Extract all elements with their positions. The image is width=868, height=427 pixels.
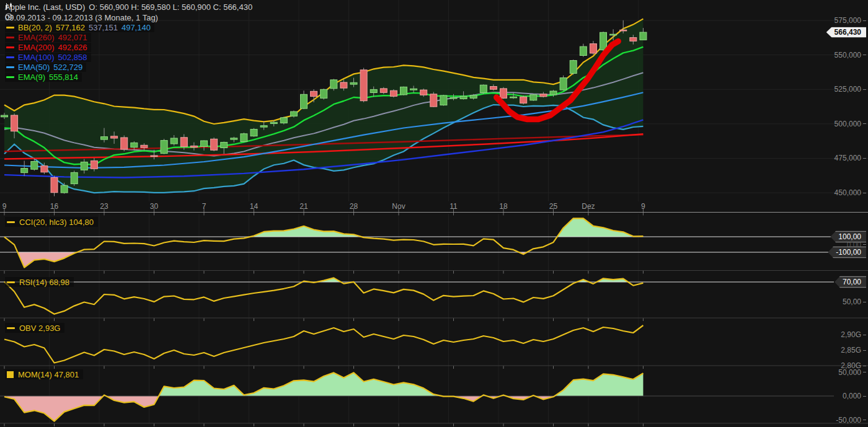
chart-background	[0, 0, 868, 427]
chart-window: Apple Inc. (Last, USD) O: 560,900 H: 569…	[0, 0, 868, 427]
chart-canvas[interactable]	[0, 0, 868, 427]
